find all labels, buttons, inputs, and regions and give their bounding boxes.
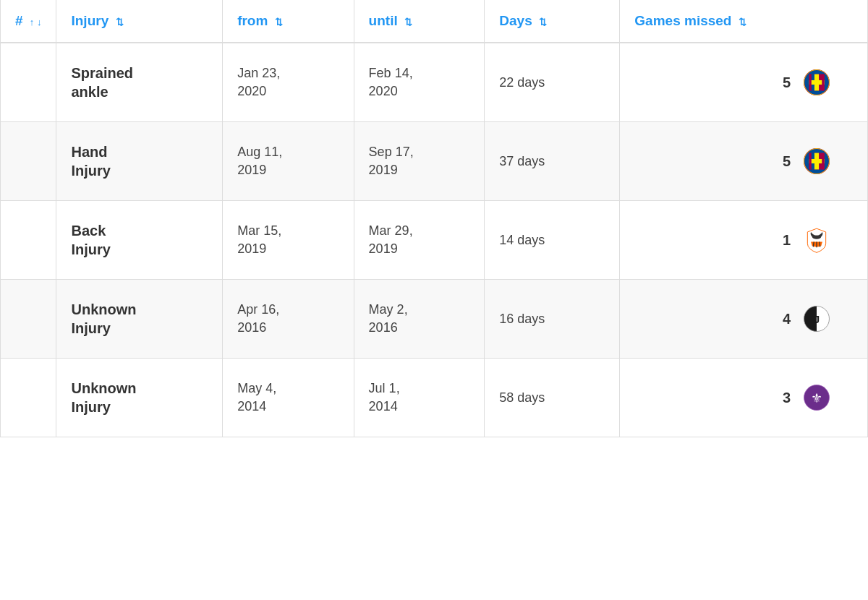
sort-icon-num: ↑ ↓ <box>30 17 42 27</box>
cell-games: 1 <box>620 201 868 280</box>
injury-table-container: # ↑ ↓ Injury ⇅ from ⇅ until ⇅ Days ⇅ <box>0 0 868 437</box>
col-from-label: from <box>237 13 268 28</box>
until-date: Sep 17,2019 <box>369 145 414 177</box>
injury-name: BackInjury <box>71 223 110 257</box>
from-date: May 4,2014 <box>237 381 276 413</box>
sort-icon-injury: ⇅ <box>116 17 124 27</box>
cell-until: Sep 17,2019 <box>354 122 485 201</box>
table-header-row: # ↑ ↓ Injury ⇅ from ⇅ until ⇅ Days ⇅ <box>1 0 868 43</box>
cell-days: 37 days <box>485 122 620 201</box>
from-date: Apr 16,2016 <box>237 302 279 335</box>
svg-rect-13 <box>809 153 811 170</box>
club-badge-valencia <box>802 226 831 254</box>
games-number: 5 <box>783 74 791 91</box>
injury-name: UnknownInjury <box>71 380 136 415</box>
from-date: Aug 11,2019 <box>237 145 282 177</box>
col-num-label: # <box>15 13 23 28</box>
cell-from: Aug 11,2019 <box>223 122 354 201</box>
svg-rect-5 <box>809 74 811 91</box>
cell-num <box>1 43 56 122</box>
cell-games: 5 <box>620 43 868 122</box>
sort-icon-days: ⇅ <box>539 17 547 27</box>
col-injury-label: Injury <box>71 13 109 28</box>
cell-num <box>1 280 56 359</box>
club-badge-barcelona <box>802 147 831 176</box>
cell-from: Mar 15,2019 <box>223 201 354 280</box>
cell-injury: Sprainedankle <box>56 43 223 122</box>
cell-games: 5 <box>620 122 868 201</box>
cell-num <box>1 201 56 280</box>
cell-injury: BackInjury <box>56 201 223 280</box>
until-date: Mar 29,2019 <box>369 223 413 256</box>
svg-rect-14 <box>822 153 824 170</box>
col-until-label: until <box>369 13 398 28</box>
col-games-label: Games missed <box>634 13 731 28</box>
injury-name: HandInjury <box>71 144 110 179</box>
table-row: BackInjury Mar 15,2019 Mar 29,2019 14 da… <box>1 201 868 280</box>
table-row: Sprainedankle Jan 23,2020 Feb 14,2020 22… <box>1 43 868 122</box>
cell-days: 16 days <box>485 280 620 359</box>
club-badge-juventus: J <box>802 304 831 333</box>
svg-text:J: J <box>814 313 820 325</box>
table-row: UnknownInjury Apr 16,2016 May 2,2016 16 … <box>1 280 868 359</box>
games-number: 5 <box>783 153 791 170</box>
cell-games: 3 ⚜ <box>620 359 868 437</box>
sort-icon-from: ⇅ <box>275 17 283 27</box>
games-number: 1 <box>783 232 791 249</box>
cell-days: 22 days <box>485 43 620 122</box>
col-header-days[interactable]: Days ⇅ <box>485 0 620 43</box>
cell-until: Jul 1,2014 <box>354 359 485 437</box>
cell-num <box>1 359 56 437</box>
games-number: 3 <box>783 390 791 406</box>
table-row: UnknownInjury May 4,2014 Jul 1,2014 58 d… <box>1 359 868 437</box>
cell-days: 58 days <box>485 359 620 437</box>
sort-icon-until: ⇅ <box>404 17 412 27</box>
cell-num <box>1 122 56 201</box>
cell-days: 14 days <box>485 201 620 280</box>
days-count: 14 days <box>499 233 545 247</box>
days-count: 58 days <box>499 390 545 405</box>
cell-injury: UnknownInjury <box>56 359 223 437</box>
cell-until: Mar 29,2019 <box>354 201 485 280</box>
cell-games: 4 J <box>620 280 868 359</box>
days-count: 22 days <box>499 75 545 90</box>
cell-injury: HandInjury <box>56 122 223 201</box>
from-date: Mar 15,2019 <box>237 223 281 256</box>
until-date: Jul 1,2014 <box>369 381 400 413</box>
col-header-from[interactable]: from ⇅ <box>223 0 354 43</box>
col-header-injury[interactable]: Injury ⇅ <box>56 0 223 43</box>
cell-from: Apr 16,2016 <box>223 280 354 359</box>
cell-until: May 2,2016 <box>354 280 485 359</box>
injury-table: # ↑ ↓ Injury ⇅ from ⇅ until ⇅ Days ⇅ <box>0 0 868 437</box>
svg-text:⚜: ⚜ <box>811 390 822 406</box>
until-date: May 2,2016 <box>369 302 408 335</box>
cell-until: Feb 14,2020 <box>354 43 485 122</box>
club-badge-fiorentina: ⚜ <box>802 383 831 412</box>
cell-from: Jan 23,2020 <box>223 43 354 122</box>
injury-name: Sprainedankle <box>71 65 133 100</box>
col-header-games[interactable]: Games missed ⇅ <box>620 0 868 43</box>
from-date: Jan 23,2020 <box>237 66 280 98</box>
until-date: Feb 14,2020 <box>369 66 413 98</box>
col-header-num[interactable]: # ↑ ↓ <box>1 0 56 43</box>
cell-from: May 4,2014 <box>223 359 354 437</box>
days-count: 16 days <box>499 312 545 326</box>
sort-icon-games: ⇅ <box>739 17 746 27</box>
col-header-until[interactable]: until ⇅ <box>354 0 485 43</box>
table-row: HandInjury Aug 11,2019 Sep 17,2019 37 da… <box>1 122 868 201</box>
days-count: 37 days <box>499 154 545 168</box>
games-number: 4 <box>783 311 791 327</box>
col-days-label: Days <box>499 13 532 28</box>
svg-rect-6 <box>822 74 824 91</box>
cell-injury: UnknownInjury <box>56 280 223 359</box>
club-badge-barcelona <box>802 68 831 97</box>
injury-name: UnknownInjury <box>71 301 136 336</box>
